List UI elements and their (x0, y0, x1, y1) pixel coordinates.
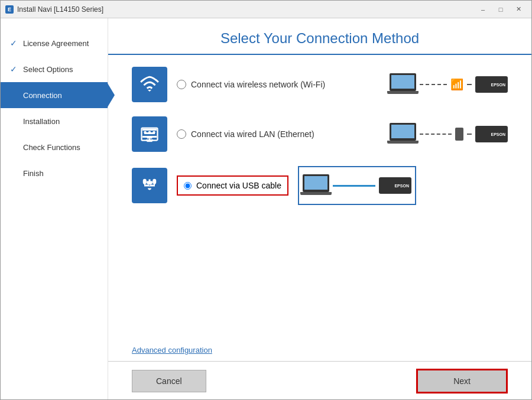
maximize-button[interactable]: □ (492, 4, 509, 15)
dashed-line-lan (420, 134, 452, 135)
wifi-option-text: Connect via wireless network (Wi-Fi) (191, 80, 325, 89)
next-button[interactable]: Next (416, 369, 508, 394)
hub-shape (455, 128, 463, 141)
usb-cable-line (333, 185, 375, 187)
check-icon-license: ✓ (10, 38, 20, 48)
wifi-diagram: 📶 EPSON (390, 67, 508, 102)
lan-diagram: EPSON (390, 116, 508, 152)
page-title-section: Select Your Connection Method (108, 18, 531, 55)
svg-point-1 (144, 131, 147, 134)
lan-icon (139, 123, 160, 145)
check-icon-connection (10, 90, 20, 100)
lan-radio[interactable] (177, 129, 186, 139)
dashed-short-lan (467, 134, 472, 135)
usb-option-row: Connect via USB cable EPSON (132, 166, 508, 205)
title-bar: E Install Navi [L14150 Series] – □ ✕ (1, 1, 531, 18)
sidebar-item-license[interactable]: ✓ License Agreement (1, 30, 108, 56)
epson-box-usb: EPSON (379, 177, 411, 194)
minimize-button[interactable]: – (475, 4, 491, 15)
usb-diagram: EPSON (298, 166, 416, 205)
wifi-radio[interactable] (177, 80, 186, 89)
epson-box-lan: EPSON (475, 126, 508, 142)
check-icon-finish (10, 168, 20, 178)
dashed-short (467, 84, 472, 85)
page-title: Select Your Connection Method (132, 30, 508, 47)
sidebar-item-check-functions[interactable]: Check Functions (1, 134, 108, 160)
svg-rect-4 (147, 136, 153, 139)
wifi-icon-box (132, 67, 167, 102)
wifi-option-label[interactable]: Connect via wireless network (Wi-Fi) (177, 80, 380, 89)
lan-option-text: Connect via wired LAN (Ethernet) (191, 129, 314, 139)
window-title: Install Navi [L14150 Series] (17, 5, 103, 14)
signal-icon: 📶 (450, 78, 463, 91)
lan-option-label[interactable]: Connect via wired LAN (Ethernet) (177, 129, 380, 139)
right-panel: Select Your Connection Method Connect vi… (108, 18, 531, 400)
epson-box-wifi: EPSON (475, 76, 508, 93)
bottom-bar: Cancel Next (108, 361, 531, 400)
lan-option-row: Connect via wired LAN (Ethernet) (132, 116, 508, 152)
wifi-option-row: Connect via wireless network (Wi-Fi) (132, 67, 508, 102)
usb-radio[interactable] (184, 182, 192, 190)
usb-icon-box (132, 168, 167, 203)
svg-point-3 (153, 131, 155, 134)
app-icon: E (5, 5, 14, 14)
sidebar-item-connection[interactable]: Connection (1, 82, 108, 108)
sidebar: ✓ License Agreement ✓ Select Options Con… (1, 18, 108, 400)
laptop-shape-lan (390, 123, 416, 145)
sidebar-item-select-options[interactable]: ✓ Select Options (1, 56, 108, 82)
close-button[interactable]: ✕ (510, 4, 527, 15)
usb-option-text: Connect via USB cable (196, 181, 281, 190)
cancel-button[interactable]: Cancel (132, 370, 206, 392)
advanced-config-section: Advanced configuration (108, 344, 531, 361)
laptop-shape-usb (303, 174, 329, 197)
lan-icon-box (132, 116, 167, 152)
wifi-icon (139, 74, 160, 95)
usb-icon (139, 175, 160, 196)
laptop-shape-wifi (390, 73, 416, 96)
check-icon-select-options: ✓ (10, 64, 20, 74)
check-icon-check-functions (10, 142, 20, 152)
sidebar-item-finish[interactable]: Finish (1, 160, 108, 186)
usb-option-bordered[interactable]: Connect via USB cable (177, 175, 288, 196)
main-content: ✓ License Agreement ✓ Select Options Con… (1, 18, 531, 400)
window-controls: – □ ✕ (475, 4, 527, 15)
check-icon-installation (10, 116, 20, 126)
svg-point-2 (148, 131, 151, 134)
sidebar-item-installation[interactable]: Installation (1, 108, 108, 134)
dashed-line-wifi (420, 84, 447, 85)
options-area: Connect via wireless network (Wi-Fi) (108, 55, 531, 344)
advanced-config-link[interactable]: Advanced configuration (132, 346, 212, 355)
